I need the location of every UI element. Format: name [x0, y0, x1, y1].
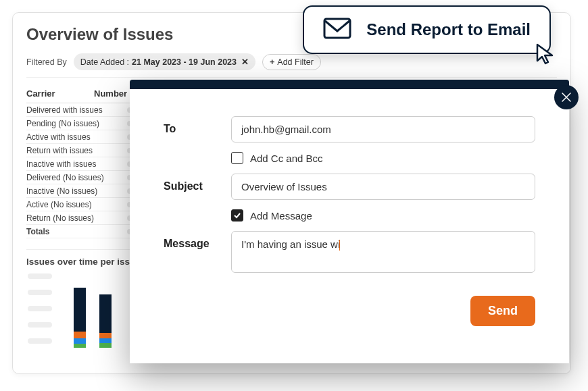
row-label: Active with issues: [26, 132, 124, 142]
to-input[interactable]: john.hb@gmail.com: [231, 116, 535, 142]
checkbox-unchecked-icon[interactable]: [231, 152, 243, 164]
filter-chip-date[interactable]: Date Added : 21 May 2023 - 19 Jun 2023 ✕: [74, 53, 255, 70]
checkbox-checked-icon[interactable]: [231, 209, 243, 221]
filter-bar: Filtered By Date Added : 21 May 2023 - 1…: [26, 53, 557, 78]
chart-bar-segment: [74, 332, 86, 338]
filter-chip-value: 21 May 2023 - 19 Jun 2023: [132, 57, 237, 67]
row-label: Return (No issues): [26, 213, 124, 223]
filter-chip-key: Date Added :: [80, 57, 129, 67]
filtered-by-label: Filtered By: [26, 57, 67, 67]
chart-bar-segment: [74, 338, 86, 344]
add-message-toggle[interactable]: Add Message: [231, 209, 535, 221]
subject-label: Subject: [164, 174, 231, 192]
chart-bar-segment: [74, 344, 86, 348]
message-value: I'm having an issue wi: [241, 238, 340, 250]
chart-bar-segment: [74, 288, 86, 332]
email-modal: To john.hb@gmail.com Add Cc and Bcc Subj…: [130, 80, 569, 363]
mail-icon: [323, 18, 351, 42]
chart-bar: [99, 280, 112, 348]
row-label: Delivered (No issues): [26, 173, 124, 182]
send-report-label: Send Report to Email: [366, 20, 531, 39]
svg-rect-0: [324, 19, 350, 38]
close-button[interactable]: [554, 85, 579, 109]
add-filter-label: Add Filter: [277, 57, 314, 67]
send-button[interactable]: Send: [470, 296, 535, 326]
chart-bar: [74, 280, 86, 348]
text-caret-icon: [339, 240, 340, 251]
row-label: Pending (No issues): [26, 119, 124, 128]
plus-icon: +: [270, 57, 274, 67]
chart-bar-segment: [99, 333, 112, 339]
row-label: Return with issues: [26, 146, 124, 155]
chart-bar-segment: [99, 343, 112, 348]
column-header-carrier: Carrier: [26, 88, 94, 99]
row-label: Active (No issues): [26, 200, 124, 209]
add-filter-button[interactable]: + Add Filter: [262, 54, 321, 70]
row-label: Inactive with issues: [26, 159, 124, 169]
row-label: Delivered with issues: [26, 105, 124, 115]
add-message-label: Add Message: [250, 210, 312, 221]
axis-skeletons: [28, 273, 52, 344]
chart-bar-segment: [99, 294, 112, 332]
message-input[interactable]: I'm having an issue wi: [231, 231, 535, 273]
send-report-banner[interactable]: Send Report to Email: [303, 5, 551, 54]
close-icon[interactable]: ✕: [239, 57, 249, 67]
row-label: Inactive (No issues): [26, 186, 124, 196]
to-label: To: [164, 116, 231, 135]
add-cc-bcc-label: Add Cc and Bcc: [250, 153, 323, 164]
add-cc-bcc-toggle[interactable]: Add Cc and Bcc: [231, 152, 535, 164]
subject-input[interactable]: Overview of Issues: [231, 174, 535, 200]
cursor-icon: [535, 42, 559, 69]
message-label: Message: [164, 231, 231, 250]
row-label: Totals: [26, 227, 124, 236]
